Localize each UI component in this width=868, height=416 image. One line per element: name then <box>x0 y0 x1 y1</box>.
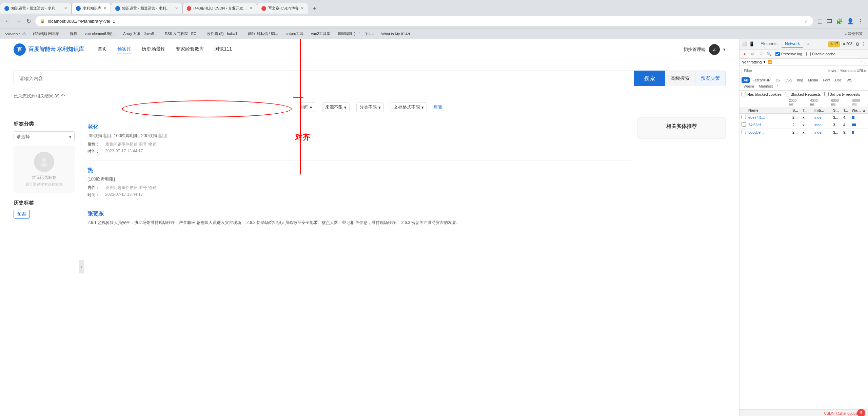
col-initiator-header[interactable]: Initi... <box>813 108 832 112</box>
filter-input[interactable] <box>742 67 826 74</box>
sort-icon[interactable]: ▲ <box>862 108 866 112</box>
profile-icon[interactable]: 👤 <box>846 17 855 26</box>
nav-home[interactable]: 首页 <box>98 45 107 54</box>
type-filter-wasm[interactable]: Wasm <box>742 83 756 89</box>
devtools-more-icon[interactable]: ⋮ <box>861 41 866 47</box>
tab-close-1[interactable]: ✕ <box>64 6 67 11</box>
type-filter-js[interactable]: JS <box>773 77 782 83</box>
type-filter-fetch[interactable]: Fetch/XHR <box>750 77 773 83</box>
search-button[interactable]: 🔍 <box>766 51 772 57</box>
network-row-2[interactable]: 5dc6b9... 2... x... inde... 3... 9... <box>739 129 868 136</box>
bookmark-item-11[interactable]: What Is My IP Ad... <box>379 31 415 37</box>
col-name-header[interactable]: Name <box>747 108 791 112</box>
devtools-inspect-icon[interactable]: ⬜ <box>742 41 747 46</box>
filter-source[interactable]: 来源不限 ▾ <box>322 102 350 112</box>
result-title-1[interactable]: 热 <box>87 167 631 174</box>
history-tag-btn[interactable]: 预案 <box>14 210 30 219</box>
devtools-warning-badge[interactable]: ⚠ 17 <box>828 41 840 47</box>
filter-time[interactable]: 时间 ▾ <box>297 102 315 112</box>
nav-history[interactable]: 历史场景库 <box>142 45 165 54</box>
bookmark-item-6[interactable]: 收件箱 (2) - baba1... <box>205 31 242 37</box>
third-party-requests-checkbox[interactable] <box>824 92 829 96</box>
bookmark-item-9[interactable]: vue2工具库 <box>309 31 332 37</box>
filter-category[interactable]: 分类不限 ▾ <box>356 102 384 112</box>
col-waterfall-header[interactable]: Waterfall <box>850 108 862 112</box>
address-bar[interactable]: 🔒 localhost:8081/#/Planlibrary?val=1 ☆ <box>35 16 813 26</box>
switch-btn[interactable]: 切换管理端 <box>684 46 706 53</box>
devtools-tab-more[interactable]: » <box>804 40 813 48</box>
devtools-tab-elements[interactable]: Elements <box>757 40 781 48</box>
col-status-header[interactable]: S... <box>791 108 801 112</box>
bookmark-item-more[interactable]: » 其他书签 <box>843 31 865 37</box>
has-blocked-cookies-checkbox[interactable] <box>742 92 746 96</box>
type-filter-img[interactable]: Img <box>795 77 805 83</box>
type-filter-more[interactable]: ⋮ <box>775 83 779 89</box>
col-type-header[interactable]: T... <box>801 108 813 112</box>
type-filter-font[interactable]: Font <box>821 77 832 83</box>
nav-planlibrary[interactable]: 预案库 <box>117 45 132 54</box>
network-row-1[interactable]: 74f36ef... 2... x... inde... 3... 4... <box>739 121 868 129</box>
filter-reset[interactable]: 重置 <box>434 104 442 110</box>
restore-icon[interactable]: 🗖 <box>825 17 833 25</box>
type-filter-css[interactable]: CSS <box>783 77 794 83</box>
result-title-0[interactable]: 老化 <box>87 124 631 131</box>
col-time-header[interactable]: T... <box>842 108 850 112</box>
throttling-dropdown-icon[interactable]: ▾ <box>764 60 766 64</box>
has-blocked-cookies-label[interactable]: Has blocked cookies <box>742 92 782 96</box>
type-filter-ws[interactable]: WS <box>844 77 854 83</box>
bookmark-item-1[interactable]: (42未读) 网易邮... <box>31 31 64 37</box>
sidebar-toggle[interactable]: ‹ <box>79 260 84 273</box>
browser-tab-3[interactable]: 知识运营 - 频道运营 - 水利知识... ✕ <box>111 3 182 14</box>
filter-format[interactable]: 文档格式不限 ▾ <box>391 102 427 112</box>
tab-close-3[interactable]: ✕ <box>175 6 178 11</box>
clear-button[interactable]: ⊘ <box>750 51 756 57</box>
bookmark-item-0[interactable]: vxe-table v3 <box>3 31 27 37</box>
network-row-0[interactable]: ebe74f1... 2... x... inde... 3... 4... <box>739 114 868 121</box>
plan-decision-button[interactable]: 预案决策 <box>695 71 726 86</box>
browser-tab-2[interactable]: 水利知识库 ✕ <box>72 3 111 14</box>
nav-test[interactable]: 测试111 <box>214 45 232 54</box>
search-button[interactable]: 搜索 <box>634 71 665 86</box>
back-button[interactable]: ← <box>3 17 12 25</box>
devtools-tab-network[interactable]: Network <box>782 40 803 48</box>
preserve-log-label[interactable]: Preserve log <box>781 52 802 56</box>
disable-cache-checkbox[interactable] <box>806 52 811 56</box>
cast-icon[interactable]: ⬚ <box>816 17 824 26</box>
user-avatar[interactable]: Z <box>709 44 720 55</box>
col-size-header[interactable]: S... <box>832 108 842 112</box>
type-filter-media[interactable]: Media <box>806 77 820 83</box>
tag-select[interactable]: 请选择 ▾ <box>14 131 75 142</box>
devtools-error-badge[interactable]: ● 203 <box>841 41 854 47</box>
blocked-requests-checkbox[interactable] <box>785 92 789 96</box>
import-btn[interactable]: ↑ <box>860 60 862 64</box>
forward-button[interactable]: → <box>14 17 22 25</box>
disable-cache-label[interactable]: Disable cache <box>812 52 835 56</box>
filter-toggle-button[interactable]: ▽ <box>758 51 764 57</box>
browser-tab-4[interactable]: (443条消息) CSDN - 专业开发者... ✕ <box>182 3 257 14</box>
expand-icon[interactable]: ▾ <box>723 47 726 52</box>
tab-close-5[interactable]: ✕ <box>301 6 304 11</box>
devtools-mobile-icon[interactable]: 📱 <box>749 41 754 46</box>
menu-icon[interactable]: ⋮ <box>856 17 865 26</box>
devtools-settings-icon[interactable]: ⚙ <box>855 41 860 47</box>
blocked-requests-label[interactable]: Blocked Requests <box>785 92 821 96</box>
bookmark-item-7[interactable]: (99+ 封私信 / 83... <box>246 31 280 37</box>
third-party-requests-label[interactable]: 3rd-party requests <box>824 92 860 96</box>
bookmark-item-3[interactable]: vue elementUI使... <box>83 31 118 37</box>
nav-expert[interactable]: 专家经验数库 <box>176 45 204 54</box>
row-checkbox-1[interactable] <box>742 122 746 127</box>
extensions-icon[interactable]: 🧩 <box>835 17 844 26</box>
search-input[interactable] <box>14 71 634 86</box>
new-tab-button[interactable]: + <box>310 4 320 14</box>
bookmark-item-8[interactable]: antpro工具 <box>283 31 305 37</box>
bookmark-item-10[interactable]: 哔哩哔哩 ( ゜- ゜)つ... <box>336 31 376 37</box>
preserve-log-checkbox[interactable] <box>775 52 780 56</box>
export-btn[interactable]: ↓ <box>864 60 866 64</box>
bookmark-item-4[interactable]: Array 对象 - JavaS... <box>121 31 159 37</box>
browser-tab-1[interactable]: 知识运营 - 频道运营 - 水利知识... ✕ <box>0 3 72 14</box>
type-filter-all[interactable]: All <box>742 77 750 83</box>
row-checkbox-0[interactable] <box>742 115 746 119</box>
browser-tab-5[interactable]: 写文章-CSDN博客 ✕ <box>257 3 308 14</box>
type-filter-manifest[interactable]: Manifest <box>757 83 775 89</box>
refresh-button[interactable]: ↻ <box>25 17 32 26</box>
